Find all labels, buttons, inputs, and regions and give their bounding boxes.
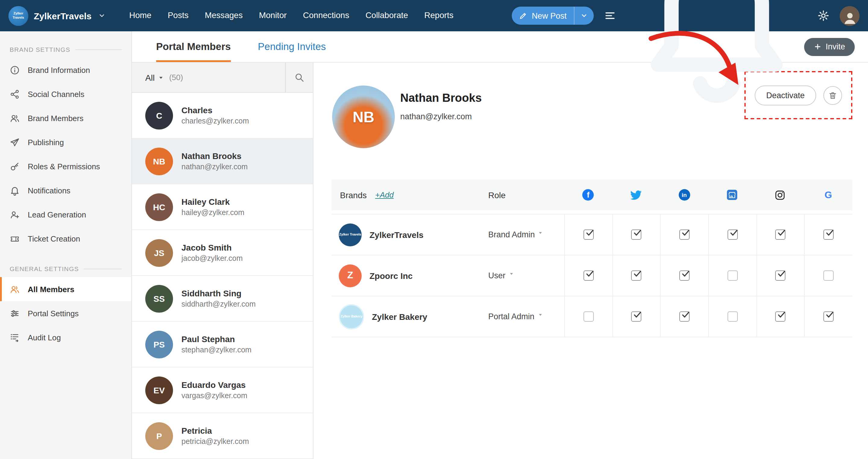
tab-portal-members[interactable]: Portal Members <box>156 31 231 62</box>
top-navbar: Zylker Travels ZylkerTravels Home Posts … <box>0 0 868 31</box>
twitter-icon <box>612 179 660 210</box>
checkbox-checked[interactable] <box>660 215 708 255</box>
add-brand-link[interactable]: +Add <box>375 190 394 199</box>
sidebar-item[interactable]: Social Channels <box>0 82 131 106</box>
gear-icon[interactable] <box>817 10 830 22</box>
brand-logo: Zylker Travels <box>339 223 362 246</box>
user-avatar[interactable] <box>840 6 860 26</box>
sidebar-item[interactable]: Publishing <box>0 130 131 154</box>
app-window: Zylker Travels ZylkerTravels Home Posts … <box>0 0 868 459</box>
member-list-item[interactable]: P Petricia petricia@zylker.com <box>132 413 313 459</box>
checkbox-checked[interactable] <box>756 215 804 255</box>
checkbox-checked[interactable] <box>612 296 660 337</box>
member-filter-bar: All (50) <box>132 63 313 93</box>
sidebar-item[interactable]: Audit Log <box>0 325 131 349</box>
brand-cell: Zylker Travels ZylkerTravels <box>332 215 488 255</box>
member-name: Paul Stephan <box>181 334 251 344</box>
member-avatar: C <box>145 101 173 129</box>
checkbox-unchecked[interactable] <box>564 296 612 337</box>
checkbox-checked[interactable] <box>612 215 660 255</box>
sidebar-item[interactable]: Portal Settings <box>0 301 131 325</box>
sidebar-item-label: Audit Log <box>28 333 61 342</box>
checkbox-checked[interactable] <box>564 215 612 255</box>
brand-settings-section-title: BRAND SETTINGS <box>10 46 122 53</box>
sliders-icon <box>10 308 20 318</box>
member-avatar: JS <box>145 239 173 267</box>
checkbox-unchecked[interactable] <box>804 255 852 296</box>
brand-logo: Zylker Bakery <box>339 304 364 329</box>
member-list-item[interactable]: SS Siddharth Sing siddharth@zylker.com <box>132 276 313 322</box>
role-value: Brand Admin <box>488 230 535 239</box>
checkbox-checked[interactable] <box>804 215 852 255</box>
role-value: Portal Admin <box>488 312 534 321</box>
sidebar-item[interactable]: All Members <box>0 277 131 301</box>
member-avatar: EV <box>145 376 173 404</box>
member-list-item[interactable]: JS Jacob Smith jacob@zylker.com <box>132 230 313 276</box>
checkbox-checked[interactable] <box>612 255 660 296</box>
nav-item[interactable]: Monitor <box>251 0 295 31</box>
checkbox-checked[interactable] <box>564 255 612 296</box>
sidebar-item[interactable]: Brand Information <box>0 58 131 82</box>
brand-name: ZylkerTravels <box>370 230 424 239</box>
chevron-down-icon[interactable] <box>158 74 164 80</box>
sidebar-item-label: Social Channels <box>28 90 84 98</box>
nav-item[interactable]: Connections <box>295 0 357 31</box>
key-icon <box>10 161 20 171</box>
pencil-icon <box>519 11 527 20</box>
member-list-item[interactable]: HC Hailey Clark hailey@zylker.com <box>132 184 313 230</box>
sidebar-item-label: All Members <box>28 285 74 294</box>
checkbox-checked[interactable] <box>756 296 804 337</box>
chevron-down-icon[interactable] <box>575 12 594 19</box>
member-name: Siddharth Sing <box>181 289 255 298</box>
member-list-item[interactable]: C Charles charles@zylker.com <box>132 93 313 138</box>
brand-logo: Z <box>339 264 362 287</box>
notifications-button[interactable]: 2 <box>626 0 807 106</box>
new-post-button[interactable]: New Post <box>512 7 594 25</box>
divider <box>75 49 122 50</box>
member-list-item[interactable]: EV Eduardo Vargas vargas@zylker.com <box>132 367 313 413</box>
sidebar-item[interactable]: Ticket Creation <box>0 227 131 251</box>
sidebar-item[interactable]: Lead Generation <box>0 202 131 227</box>
checkbox-checked[interactable] <box>708 215 756 255</box>
sidebar-item[interactable]: Roles & Permissions <box>0 154 131 178</box>
nav-item[interactable]: Home <box>121 0 160 31</box>
member-list-item[interactable]: NB Nathan Brooks nathan@zylker.com <box>132 138 313 184</box>
general-settings-section-title: GENERAL SETTINGS <box>10 265 122 272</box>
filter-dropdown[interactable]: All <box>145 73 155 82</box>
checkbox-checked[interactable] <box>660 255 708 296</box>
checkbox-checked[interactable] <box>756 255 804 296</box>
role-select[interactable]: User <box>488 255 564 296</box>
google-my-business-icon <box>708 179 756 210</box>
nav-item[interactable]: Reports <box>416 0 462 31</box>
sidebar-item[interactable]: Notifications <box>0 178 131 202</box>
settings-sidebar: BRAND SETTINGS Brand Information Social … <box>0 31 132 459</box>
role-value: User <box>488 271 505 280</box>
role-select[interactable]: Portal Admin <box>488 296 564 337</box>
member-list-item[interactable]: PS Paul Stephan stephan@zylker.com <box>132 322 313 367</box>
nav-item[interactable]: Posts <box>159 0 196 31</box>
checkbox-checked[interactable] <box>660 296 708 337</box>
checkbox-unchecked[interactable] <box>708 255 756 296</box>
brand-switcher[interactable]: Zylker Travels ZylkerTravels <box>8 6 105 26</box>
member-name: Hailey Clark <box>181 197 244 207</box>
user-plus-icon <box>10 209 20 220</box>
tab-pending-invites[interactable]: Pending Invites <box>258 31 326 62</box>
users-icon <box>10 113 20 123</box>
nav-item[interactable]: Collaborate <box>358 0 416 31</box>
role-column-header: Role <box>488 179 564 210</box>
chevron-down-icon <box>538 230 544 235</box>
feed-menu-icon[interactable] <box>604 10 616 22</box>
nav-item[interactable]: Messages <box>196 0 251 31</box>
sidebar-item-label: Notifications <box>28 186 70 195</box>
brand-name: Zpoorc Inc <box>370 271 412 281</box>
checkbox-checked[interactable] <box>804 296 852 337</box>
search-button[interactable] <box>285 63 313 92</box>
checkbox-unchecked[interactable] <box>708 296 756 337</box>
sidebar-item-label: Portal Settings <box>28 309 79 318</box>
role-select[interactable]: Brand Admin <box>488 215 564 255</box>
sidebar-item-label: Ticket Creation <box>28 234 80 243</box>
member-email: vargas@zylker.com <box>181 392 247 400</box>
share-icon <box>10 89 20 99</box>
sidebar-item[interactable]: Brand Members <box>0 106 131 130</box>
brand-name: ZylkerTravels <box>34 10 92 21</box>
